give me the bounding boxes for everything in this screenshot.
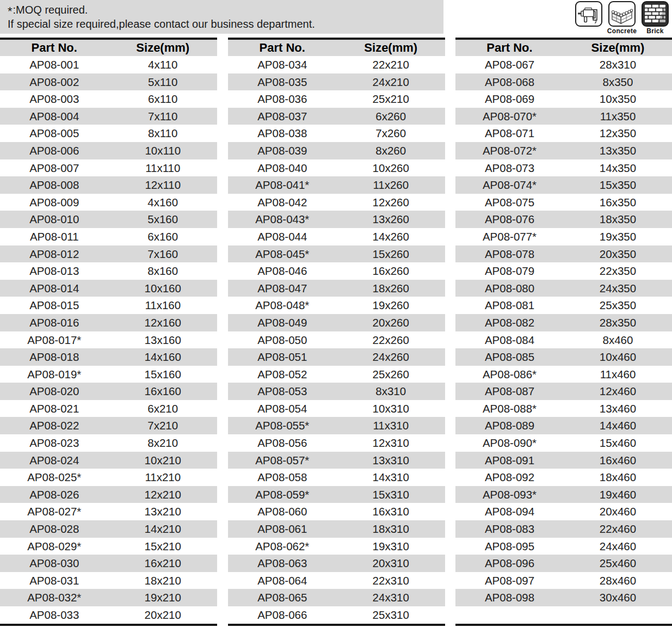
part-no-cell: AP08-098: [455, 589, 564, 606]
part-no-cell: AP08-072*: [455, 142, 564, 159]
size-cell: 19x210: [109, 589, 218, 606]
part-no-cell: AP08-074*: [455, 176, 564, 194]
table-row: AP08-05612x310: [228, 434, 445, 452]
size-cell: 13x260: [337, 211, 446, 228]
part-no-cell: AP08-057*: [228, 452, 337, 469]
part-no-cell: AP08-048*: [228, 297, 337, 314]
size-cell: 24x210: [337, 73, 446, 91]
part-no-cell: AP08-010: [0, 211, 109, 228]
size-cell: 11x310: [337, 417, 446, 434]
part-no-cell: AP08-050: [228, 331, 337, 349]
table-row: AP08-04010x260: [228, 159, 445, 177]
part-no-cell: AP08-076: [455, 211, 564, 228]
part-no-cell: AP08-086*: [455, 366, 564, 383]
size-cell: 15x260: [337, 245, 446, 263]
parts-table: Part No.Size(mm)AP08-0014x110AP08-0025x1…: [0, 38, 217, 626]
size-cell: 24x460: [564, 538, 672, 555]
table-row: AP08-077*19x350: [455, 228, 672, 245]
size-cell: 8x310: [337, 383, 446, 400]
part-no-cell: AP08-081: [455, 297, 564, 314]
size-cell: 12x160: [109, 314, 218, 331]
table-row: AP08-07314x350: [455, 159, 672, 177]
size-cell: 25x350: [564, 297, 672, 314]
size-cell: 8x260: [337, 142, 446, 159]
table-row: AP08-029*15x210: [0, 538, 217, 555]
size-cell: 14x460: [564, 417, 672, 434]
size-cell: 18x350: [564, 211, 672, 228]
size-cell: 15x310: [337, 486, 446, 503]
table-row: AP08-09116x460: [455, 452, 672, 469]
table-row: AP08-02016x160: [0, 383, 217, 400]
table-row: AP08-0127x160: [0, 245, 217, 263]
part-no-cell: AP08-039: [228, 142, 337, 159]
table-row: AP08-057*13x310: [228, 452, 445, 469]
brick-label: Brick: [646, 27, 664, 35]
table-row: AP08-08024x350: [455, 280, 672, 297]
table-row: AP08-09218x460: [455, 469, 672, 486]
size-cell: 10x210: [109, 452, 218, 469]
part-no-cell: AP08-037: [228, 108, 337, 125]
part-no-cell: AP08-041*: [228, 176, 337, 194]
moq-note-line2: If special size required,please contact …: [8, 17, 443, 31]
size-cell: 18x210: [109, 572, 218, 589]
part-no-cell: AP08-029*: [0, 538, 109, 555]
part-no-cell: AP08-023: [0, 434, 109, 452]
size-cell: 16x350: [564, 194, 672, 211]
parts-table: Part No.Size(mm)AP08-03422x210AP08-03524…: [228, 38, 445, 626]
table-row: AP08-06728x310: [455, 56, 672, 73]
part-no-cell: AP08-066: [228, 606, 337, 624]
table-row: AP08-0398x260: [228, 142, 445, 159]
part-no-cell: AP08-096: [455, 555, 564, 572]
table-row: AP08-08322x460: [455, 520, 672, 538]
part-no-cell: AP08-017*: [0, 331, 109, 349]
table-row: AP08-07922x350: [455, 262, 672, 280]
table-row: AP08-02410x210: [0, 452, 217, 469]
table-row: AP08-01511x160: [0, 297, 217, 314]
size-cell: 12x350: [564, 125, 672, 142]
part-no-cell: AP08-045*: [228, 245, 337, 263]
part-no-cell: AP08-034: [228, 56, 337, 73]
table-row: AP08-04718x260: [228, 280, 445, 297]
table-row: AP08-06016x310: [228, 503, 445, 520]
part-no-cell: AP08-018: [0, 348, 109, 366]
part-no-cell: AP08-091: [455, 452, 564, 469]
table-row: AP08-0376x260: [228, 108, 445, 125]
table-row: AP08-03625x210: [228, 90, 445, 108]
size-cell: 24x310: [337, 589, 446, 606]
part-no-cell: AP08-021: [0, 400, 109, 417]
table-row: AP08-08510x460: [455, 348, 672, 366]
concrete-icon: [608, 1, 636, 27]
part-no-header: Part No.: [0, 40, 109, 56]
table-row: AP08-088*13x460: [455, 400, 672, 417]
table-row: AP08-05814x310: [228, 469, 445, 486]
size-cell: 25x260: [337, 366, 446, 383]
size-cell: 13x210: [109, 503, 218, 520]
table-row: AP08-086*11x460: [455, 366, 672, 383]
size-cell: 7x110: [109, 108, 218, 125]
size-cell: 15x160: [109, 366, 218, 383]
size-cell: 20x260: [337, 314, 446, 331]
part-no-cell: AP08-040: [228, 159, 337, 177]
table-row: AP08-074*15x350: [455, 176, 672, 194]
size-cell: 14x210: [109, 520, 218, 538]
part-no-cell: AP08-061: [228, 520, 337, 538]
part-no-cell: AP08-031: [0, 572, 109, 589]
part-no-cell: AP08-004: [0, 108, 109, 125]
table-row: AP08-04616x260: [228, 262, 445, 280]
size-cell: 22x310: [337, 572, 446, 589]
part-no-cell: AP08-046: [228, 262, 337, 280]
size-cell: 18x260: [337, 280, 446, 297]
size-cell: 12x460: [564, 383, 672, 400]
table-row: AP08-0058x110: [0, 125, 217, 142]
parts-table: Part No.Size(mm)AP08-06728x310AP08-0688x…: [455, 38, 672, 626]
size-cell: 20x460: [564, 503, 672, 520]
size-cell: 19x460: [564, 486, 672, 503]
table-row: AP08-03524x210: [228, 73, 445, 91]
size-cell: 10x260: [337, 159, 446, 177]
part-no-header: Part No.: [455, 40, 564, 56]
moq-asterisk: *: [8, 4, 13, 19]
size-cell: 5x160: [109, 211, 218, 228]
part-no-cell: AP08-095: [455, 538, 564, 555]
size-cell: 25x310: [337, 606, 446, 624]
parts-tables: Part No.Size(mm)AP08-0014x110AP08-0025x1…: [0, 38, 672, 626]
